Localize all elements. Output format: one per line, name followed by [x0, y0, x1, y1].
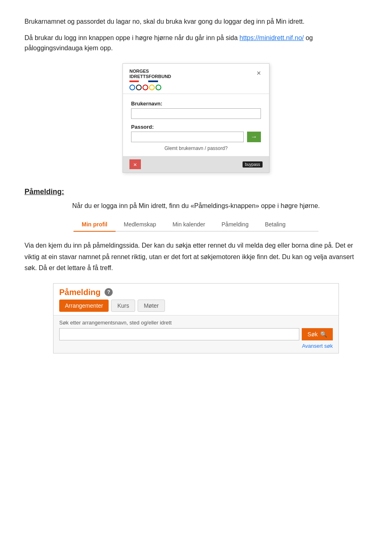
avansert-sok-link[interactable]: Avansert søk	[59, 343, 333, 349]
ring-green	[156, 85, 161, 90]
buypass-badge: buypass	[243, 161, 263, 168]
password-label: Passord:	[131, 124, 261, 130]
login-dialog-image: NORGES IDRETTSFORBUND × Brukernavn: Pass…	[24, 63, 368, 173]
search-input[interactable]	[59, 328, 299, 340]
password-row: →	[131, 132, 261, 142]
tab-pamelding[interactable]: Påmelding	[214, 218, 257, 231]
ring-yellow	[149, 85, 155, 90]
pamelding-heading-container: Påmelding:	[24, 188, 368, 196]
intro-para2-before: Då brukar du logg inn knappen oppe i høg…	[24, 34, 240, 41]
forgot-password-link[interactable]: Glemt brukernavn / passord?	[131, 145, 261, 151]
login-dialog-body: Brukernavn: Passord: → Glemt brukernavn …	[123, 94, 269, 156]
close-icon[interactable]: ×	[255, 69, 263, 78]
pamelding-tab-arrangementer[interactable]: Arrangementer	[59, 300, 109, 312]
search-btn-label: Søk	[307, 331, 318, 338]
tab-medlemskap[interactable]: Medlemskap	[116, 218, 164, 231]
search-row: Søk 🔍	[59, 328, 333, 340]
nif-name-line1: NORGES	[129, 69, 171, 74]
pamelding-widget-header: Påmelding ?	[53, 284, 339, 300]
username-input[interactable]	[131, 108, 261, 119]
password-input[interactable]	[131, 132, 244, 142]
cancel-icon: ×	[134, 161, 137, 168]
intro-para1: Brukarnamnet og passordet du lagar no, s…	[24, 16, 368, 27]
cancel-button[interactable]: ×	[129, 159, 141, 169]
intro-para2: Då brukar du logg inn knappen oppe i høg…	[24, 33, 368, 54]
ring-blue	[129, 85, 135, 90]
nif-logo-bar	[129, 81, 158, 82]
help-button[interactable]: ?	[105, 288, 113, 296]
pamelding-tab-moter[interactable]: Møter	[138, 300, 165, 312]
nif-logo: NORGES IDRETTSFORBUND	[129, 69, 171, 90]
nav-tabs: Min profil Medlemskap Min kalender Påmel…	[74, 218, 318, 232]
login-dialog-footer: × buypass	[123, 156, 269, 172]
pamelding-body-para: Via den kjem du inn på påmeldingssida. D…	[24, 240, 368, 273]
arrow-right-icon: →	[251, 133, 257, 141]
username-label: Brukernavn:	[131, 101, 261, 107]
pamelding-section: Påmelding ? Arrangementer Kurs Møter Søk…	[24, 283, 368, 353]
pamelding-intro-para: Når du er logga inn på Min idrett, finn …	[24, 200, 368, 211]
tab-betaling[interactable]: Betaling	[257, 218, 294, 231]
ring-black	[136, 85, 142, 90]
search-button[interactable]: Søk 🔍	[302, 328, 333, 340]
pamelding-tabs: Arrangementer Kurs Møter	[53, 300, 339, 315]
minidrett-link[interactable]: https://minidrett.nif.no/	[240, 34, 304, 41]
tab-min-kalender[interactable]: Min kalender	[164, 218, 213, 231]
tab-min-profil[interactable]: Min profil	[74, 218, 116, 232]
pamelding-widget: Påmelding ? Arrangementer Kurs Møter Søk…	[53, 283, 339, 353]
login-dialog: NORGES IDRETTSFORBUND × Brukernavn: Pass…	[122, 63, 270, 173]
ring-red	[143, 85, 148, 90]
pamelding-search-area: Søk etter arrangementsnavn, sted og/elle…	[53, 315, 339, 353]
search-label: Søk etter arrangementsnavn, sted og/elle…	[59, 320, 333, 326]
olympic-rings	[129, 85, 171, 90]
search-icon: 🔍	[320, 331, 327, 338]
pamelding-heading: Påmelding:	[24, 188, 64, 196]
nav-tabs-container: Min profil Medlemskap Min kalender Påmel…	[24, 218, 368, 232]
login-submit-button[interactable]: →	[247, 132, 261, 142]
pamelding-widget-title: Påmelding	[59, 288, 100, 297]
pamelding-tab-kurs[interactable]: Kurs	[111, 300, 135, 312]
login-dialog-header: NORGES IDRETTSFORBUND ×	[123, 64, 269, 94]
nif-name-line2: IDRETTSFORBUND	[129, 74, 171, 79]
